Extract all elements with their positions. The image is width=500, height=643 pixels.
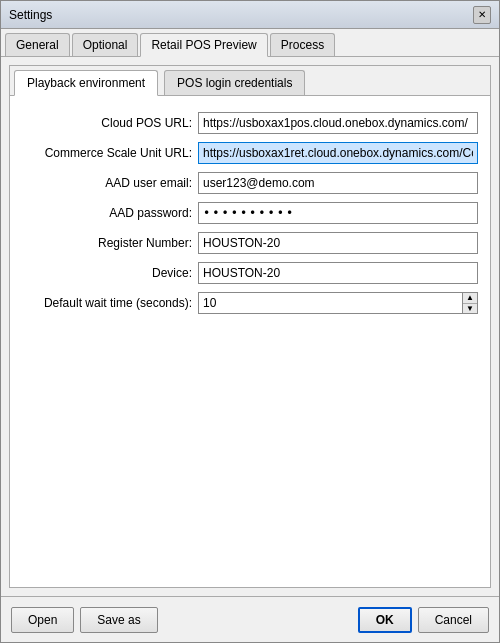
label-cloud-pos-url: Cloud POS URL: [22,116,192,130]
tab-playback-environment[interactable]: Playback environment [14,70,158,96]
field-row-aad-password: AAD password: [22,202,478,224]
field-row-aad-email: AAD user email: [22,172,478,194]
close-button[interactable]: ✕ [473,6,491,24]
label-register-number: Register Number: [22,236,192,250]
label-aad-password: AAD password: [22,206,192,220]
spinbox-up-button[interactable]: ▲ [463,293,477,304]
input-aad-email[interactable] [198,172,478,194]
bottom-bar: Open Save as OK Cancel [1,596,499,642]
window-title: Settings [9,8,52,22]
tab-process[interactable]: Process [270,33,335,56]
tab-general[interactable]: General [5,33,70,56]
field-row-wait-time: Default wait time (seconds): ▲ ▼ [22,292,478,314]
outer-tab-bar: General Optional Retail POS Preview Proc… [1,29,499,57]
settings-window: Settings ✕ General Optional Retail POS P… [0,0,500,643]
field-row-register-number: Register Number: [22,232,478,254]
title-bar: Settings ✕ [1,1,499,29]
inner-tab-group: Playback environment POS login credentia… [9,65,491,588]
input-wait-time[interactable] [198,292,462,314]
open-button[interactable]: Open [11,607,74,633]
field-row-cloud-pos-url: Cloud POS URL: [22,112,478,134]
title-controls: ✕ [473,6,491,24]
label-aad-email: AAD user email: [22,176,192,190]
save-as-button[interactable]: Save as [80,607,157,633]
label-wait-time: Default wait time (seconds): [22,296,192,310]
bottom-right-buttons: OK Cancel [358,607,489,633]
input-register-number[interactable] [198,232,478,254]
inner-tab-bar: Playback environment POS login credentia… [10,66,490,96]
input-aad-password[interactable] [198,202,478,224]
tab-optional[interactable]: Optional [72,33,139,56]
tab-pos-login-credentials[interactable]: POS login credentials [164,70,305,95]
input-device[interactable] [198,262,478,284]
label-csu-url: Commerce Scale Unit URL: [22,146,192,160]
field-row-device: Device: [22,262,478,284]
spinbox-wrapper: ▲ ▼ [198,292,478,314]
bottom-left-buttons: Open Save as [11,607,158,633]
input-csu-url[interactable] [198,142,478,164]
cancel-button[interactable]: Cancel [418,607,489,633]
ok-button[interactable]: OK [358,607,412,633]
spinbox-down-button[interactable]: ▼ [463,304,477,314]
spinbox-controls: ▲ ▼ [462,292,478,314]
label-device: Device: [22,266,192,280]
form-area: Cloud POS URL: Commerce Scale Unit URL: … [10,96,490,587]
field-row-csu-url: Commerce Scale Unit URL: [22,142,478,164]
input-cloud-pos-url[interactable] [198,112,478,134]
tab-retail-pos-preview[interactable]: Retail POS Preview [140,33,267,57]
content-area: Playback environment POS login credentia… [1,57,499,596]
